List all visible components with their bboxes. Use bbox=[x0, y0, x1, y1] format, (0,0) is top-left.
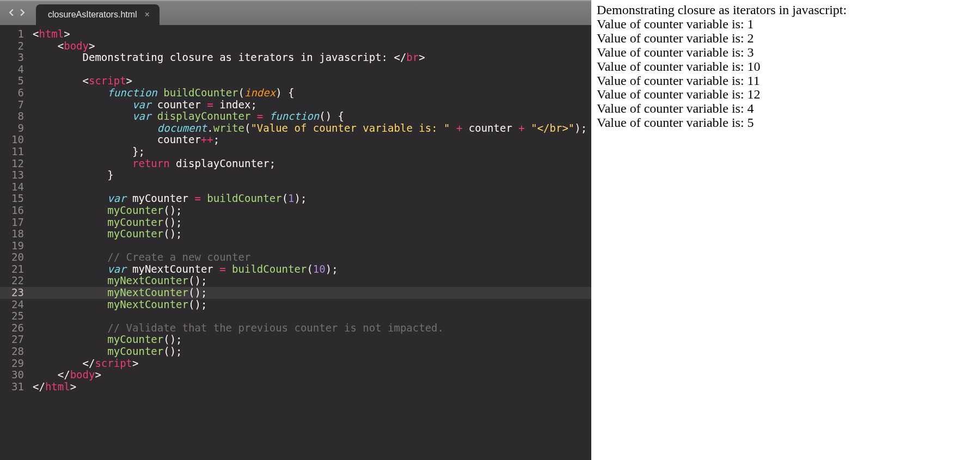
code-line[interactable]: var myCounter = buildCounter(1); bbox=[33, 193, 591, 205]
line-number: 15 bbox=[0, 193, 33, 205]
output-line: Demonstrating closure as iterators in ja… bbox=[597, 3, 975, 17]
code-area[interactable]: 1234567891011121314151617181920212223242… bbox=[0, 25, 591, 460]
line-number: 28 bbox=[0, 346, 33, 358]
code-line[interactable]: <html> bbox=[33, 28, 591, 40]
line-number: 23 bbox=[0, 287, 33, 299]
code-line[interactable]: document.write("Value of counter variabl… bbox=[33, 122, 591, 134]
output-line: Value of counter variable is: 1 bbox=[597, 17, 975, 32]
output-line: Value of counter variable is: 5 bbox=[597, 116, 975, 130]
close-icon[interactable]: × bbox=[145, 10, 150, 20]
code-line[interactable]: myCounter(); bbox=[33, 217, 591, 229]
line-number: 20 bbox=[0, 252, 33, 263]
line-number: 24 bbox=[0, 299, 33, 311]
line-number: 21 bbox=[0, 263, 33, 275]
line-number: 25 bbox=[0, 310, 33, 322]
line-number: 10 bbox=[0, 134, 33, 146]
output-line: Value of counter variable is: 11 bbox=[597, 74, 975, 88]
code-line[interactable]: myCounter(); bbox=[33, 205, 591, 217]
code-line[interactable]: </script> bbox=[33, 358, 591, 370]
code-line[interactable]: var displayConunter = function() { bbox=[33, 111, 591, 122]
line-number: 22 bbox=[0, 275, 33, 287]
line-number: 7 bbox=[0, 99, 33, 111]
code-line[interactable]: myNextCounter(); bbox=[33, 287, 591, 299]
line-number: 13 bbox=[0, 169, 33, 181]
line-number: 14 bbox=[0, 181, 33, 193]
line-number-gutter: 1234567891011121314151617181920212223242… bbox=[0, 25, 33, 460]
line-number: 2 bbox=[0, 40, 33, 52]
output-line: Value of counter variable is: 3 bbox=[597, 46, 975, 60]
line-number: 26 bbox=[0, 322, 33, 334]
code-line[interactable]: // Create a new counter bbox=[33, 252, 591, 263]
code-line[interactable]: myCounter(); bbox=[33, 334, 591, 346]
line-number: 16 bbox=[0, 205, 33, 217]
line-number: 4 bbox=[0, 64, 33, 76]
tab-nav-arrows bbox=[0, 1, 34, 25]
code-line[interactable] bbox=[33, 310, 591, 322]
line-number: 18 bbox=[0, 228, 33, 240]
code-line[interactable]: } bbox=[33, 169, 591, 181]
code-line[interactable]: var myNextCounter = buildCounter(10); bbox=[33, 263, 591, 275]
output-line: Value of counter variable is: 12 bbox=[597, 88, 975, 102]
line-number: 5 bbox=[0, 75, 33, 87]
code-line[interactable]: </html> bbox=[33, 381, 591, 393]
line-number: 6 bbox=[0, 87, 33, 99]
line-number: 9 bbox=[0, 122, 33, 134]
code-line[interactable]: // Validate that the previous counter is… bbox=[33, 322, 591, 334]
code-line[interactable] bbox=[33, 181, 591, 193]
code-line[interactable]: myCounter(); bbox=[33, 228, 591, 240]
line-number: 29 bbox=[0, 358, 33, 370]
browser-output-panel: Demonstrating closure as iterators in ja… bbox=[591, 0, 980, 460]
line-number: 30 bbox=[0, 369, 33, 381]
line-number: 31 bbox=[0, 381, 33, 393]
code-line[interactable]: <script> bbox=[33, 75, 591, 87]
line-number: 19 bbox=[0, 240, 33, 252]
code-line[interactable]: myNextCounter(); bbox=[33, 299, 591, 311]
code-line[interactable]: myCounter(); bbox=[33, 346, 591, 358]
line-number: 8 bbox=[0, 111, 33, 122]
code-line[interactable]: </body> bbox=[33, 369, 591, 381]
editor-tab[interactable]: closureAsIterators.html × bbox=[36, 4, 160, 25]
line-number: 12 bbox=[0, 158, 33, 170]
line-number: 3 bbox=[0, 52, 33, 64]
nav-back-icon[interactable] bbox=[8, 8, 15, 19]
code-line[interactable]: counter++; bbox=[33, 134, 591, 146]
code-line[interactable]: myNextCounter(); bbox=[33, 275, 591, 287]
code-line[interactable]: return displayConunter; bbox=[33, 158, 591, 170]
line-number: 11 bbox=[0, 146, 33, 158]
line-number: 1 bbox=[0, 28, 33, 40]
code-line[interactable]: function buildCounter(index) { bbox=[33, 87, 591, 99]
code-line[interactable]: var counter = index; bbox=[33, 99, 591, 111]
line-number: 17 bbox=[0, 217, 33, 229]
output-line: Value of counter variable is: 4 bbox=[597, 102, 975, 116]
output-line: Value of counter variable is: 10 bbox=[597, 60, 975, 74]
code-line[interactable] bbox=[33, 64, 591, 76]
line-number: 27 bbox=[0, 334, 33, 346]
code-line[interactable]: }; bbox=[33, 146, 591, 158]
output-line: Value of counter variable is: 2 bbox=[597, 32, 975, 46]
code-line[interactable] bbox=[33, 240, 591, 252]
code-editor-panel: closureAsIterators.html × 12345678910111… bbox=[0, 0, 591, 460]
code-line[interactable]: <body> bbox=[33, 40, 591, 52]
tab-filename: closureAsIterators.html bbox=[48, 10, 137, 20]
code-line[interactable]: Demonstrating closure as iterators in ja… bbox=[33, 52, 591, 64]
code-content[interactable]: <html> <body> Demonstrating closure as i… bbox=[33, 25, 591, 460]
nav-forward-icon[interactable] bbox=[19, 8, 26, 19]
tab-bar: closureAsIterators.html × bbox=[0, 0, 591, 25]
